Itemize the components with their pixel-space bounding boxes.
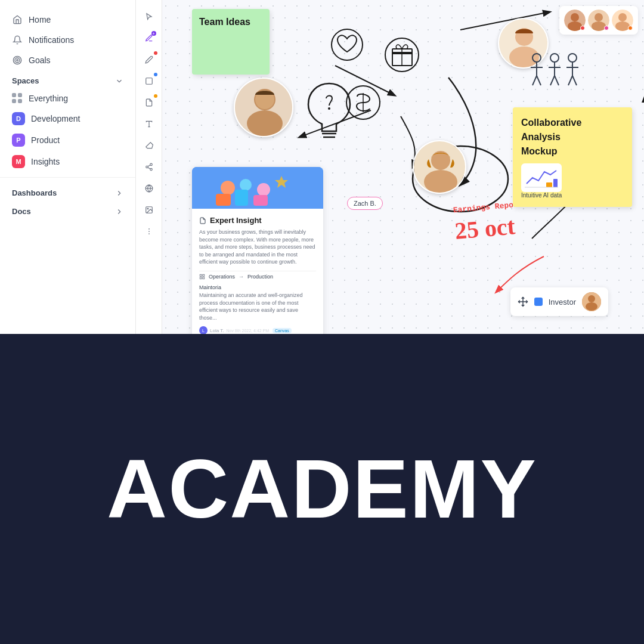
svg-line-10: [148, 165, 150, 166]
doc-badge: Canvas: [273, 328, 292, 333]
ai-badge: [521, 163, 624, 192]
cursor-tool[interactable]: [140, 7, 159, 26]
svg-rect-74: [200, 277, 202, 279]
svg-point-83: [586, 302, 597, 311]
academy-title: ACADEMY: [107, 441, 537, 537]
rectangle-tool[interactable]: [140, 72, 159, 91]
svg-rect-72: [200, 274, 202, 276]
eraser-tool[interactable]: [140, 136, 159, 155]
svg-point-47: [618, 13, 627, 21]
investor-color: [534, 298, 543, 306]
docs-label: Docs: [12, 207, 31, 216]
drawn-giftbox: [383, 36, 422, 77]
investor-card[interactable]: Investor: [510, 287, 608, 316]
product-label: Product: [31, 135, 60, 145]
svg-point-15: [148, 228, 150, 230]
earnings-date: 25 oct: [454, 210, 526, 247]
sticky-tool[interactable]: [140, 93, 159, 112]
svg-line-52: [532, 76, 537, 85]
svg-line-62: [568, 76, 572, 85]
pen-plus-tool[interactable]: +: [140, 29, 159, 48]
svg-rect-69: [235, 190, 248, 206]
pencil-tool[interactable]: [140, 50, 159, 69]
doc-section: Maintoria: [199, 284, 316, 290]
svg-point-32: [247, 110, 283, 137]
avatars-panel: [559, 6, 638, 35]
svg-rect-76: [546, 182, 552, 187]
goals-label: Goals: [29, 55, 51, 65]
spaces-header[interactable]: Spaces: [0, 70, 135, 89]
sidebar-item-insights[interactable]: M Insights: [0, 151, 135, 172]
doc-arrow: →: [239, 274, 244, 280]
svg-point-24: [332, 29, 363, 60]
everything-label: Everything: [29, 94, 68, 103]
svg-point-6: [150, 163, 152, 166]
ai-line1: Collaborative: [521, 117, 581, 128]
ai-line3: Mockup: [521, 146, 557, 156]
zach-tag[interactable]: Zach B.: [347, 197, 383, 210]
app-top-section: Home Notifications Goals Spaces Everythi…: [0, 0, 644, 334]
text-tool[interactable]: [140, 114, 159, 134]
left-toolbar: +: [136, 0, 162, 334]
home-icon: [12, 14, 23, 25]
svg-rect-3: [145, 78, 152, 85]
product-badge: P: [12, 134, 25, 147]
drawn-dollar: [344, 83, 383, 125]
avatar-2: [588, 10, 609, 31]
sidebar: Home Notifications Goals Spaces Everythi…: [0, 0, 136, 334]
ai-line2: Analysis: [521, 132, 561, 142]
doc-card-body: Expert Insight As your business grows, t…: [192, 209, 323, 334]
svg-point-82: [588, 295, 595, 302]
insights-badge: M: [12, 155, 25, 168]
bell-icon: [12, 35, 23, 45]
doc-author-avatar: L: [199, 326, 208, 334]
divider: [0, 177, 135, 178]
sticky-team-ideas[interactable]: Team Ideas: [192, 9, 270, 75]
svg-rect-75: [203, 277, 205, 279]
svg-rect-70: [253, 195, 268, 206]
sticky-team-ideas-text: Team Ideas: [199, 17, 250, 27]
canvas-content: Team Ideas: [162, 0, 644, 334]
doc-card-title: Expert Insight: [199, 216, 316, 225]
drawn-heart: [329, 27, 365, 65]
svg-point-66: [240, 179, 252, 191]
image-tool[interactable]: [140, 200, 159, 219]
doc-author: Lola T.: [210, 328, 224, 333]
svg-point-16: [148, 231, 150, 232]
globe-tool[interactable]: [140, 179, 159, 198]
canvas-area[interactable]: +: [136, 0, 644, 334]
more-tool[interactable]: [140, 222, 159, 241]
svg-rect-68: [216, 194, 231, 206]
svg-point-65: [221, 181, 235, 195]
doc-card-row: Operations → Production: [199, 271, 316, 282]
docs-header[interactable]: Docs: [0, 201, 135, 219]
sidebar-item-product[interactable]: P Product: [0, 129, 135, 151]
investor-label: Investor: [549, 298, 576, 306]
svg-point-42: [568, 21, 582, 31]
sidebar-item-goals[interactable]: Goals: [0, 50, 135, 70]
svg-point-14: [147, 208, 148, 209]
svg-point-49: [532, 54, 541, 62]
svg-point-59: [568, 54, 577, 62]
svg-point-36: [424, 170, 457, 194]
svg-rect-73: [203, 274, 205, 276]
share-tool[interactable]: [140, 157, 159, 177]
doc-card[interactable]: Expert Insight As your business grows, t…: [192, 167, 323, 334]
dashboards-header[interactable]: Dashboards: [0, 182, 135, 201]
move-icon: [518, 296, 528, 307]
sticky-ai[interactable]: Collaborative Analysis Mockup Intuiti: [513, 107, 632, 207]
ai-chart-box: [521, 163, 562, 192]
doc-author-row: L Lola T. Nov 8th 2022, 4:42 PM Canvas: [199, 326, 316, 334]
svg-point-48: [615, 21, 630, 31]
svg-point-8: [150, 168, 152, 171]
goals-icon: [12, 55, 23, 66]
sidebar-item-notifications[interactable]: Notifications: [0, 30, 135, 50]
sidebar-item-everything[interactable]: Everything: [0, 89, 135, 108]
sidebar-item-development[interactable]: D Development: [0, 108, 135, 129]
sidebar-item-home[interactable]: Home: [0, 10, 135, 30]
insights-label: Insights: [31, 157, 60, 166]
doc-date: Nov 8th 2022, 4:42 PM: [226, 329, 269, 333]
svg-point-54: [550, 54, 559, 62]
doc-card-text: As your business grows, things will inev…: [199, 228, 316, 266]
everything-icon: [12, 93, 23, 104]
